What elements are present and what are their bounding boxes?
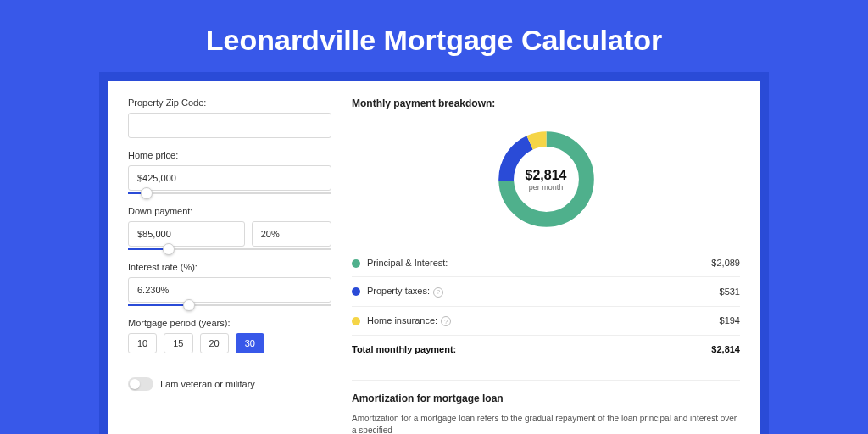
period-label: Mortgage period (years):	[128, 318, 331, 328]
breakdown-row: Principal & Interest:$2,089	[352, 249, 740, 277]
legend-dot	[352, 287, 360, 296]
period-button-30[interactable]: 30	[236, 333, 264, 353]
zip-label: Property Zip Code:	[128, 97, 331, 108]
legend-dot	[352, 317, 360, 326]
veteran-toggle[interactable]	[128, 377, 153, 391]
amortization-body: Amortization for a mortgage loan refers …	[352, 413, 740, 434]
interest-group: Interest rate (%):	[128, 262, 331, 306]
breakdown-label: Property taxes:	[367, 286, 430, 296]
calculator-card: Property Zip Code: Home price: Down paym…	[108, 81, 760, 434]
breakdown-value: $194	[720, 315, 740, 326]
breakdown-panel: Monthly payment breakdown: $2,814 per mo…	[331, 97, 740, 434]
interest-label: Interest rate (%):	[128, 262, 331, 272]
down-payment-percent-input[interactable]	[252, 221, 331, 247]
amortization-title: Amortization for mortgage loan	[352, 392, 740, 404]
legend-dot	[352, 259, 360, 268]
breakdown-row: Home insurance:?$194	[352, 307, 740, 336]
breakdown-value: $531	[720, 287, 740, 297]
breakdown-label: Principal & Interest:	[367, 258, 448, 268]
inner-band: Property Zip Code: Home price: Down paym…	[99, 72, 769, 434]
toggle-knob	[130, 379, 140, 389]
down-payment-label: Down payment:	[128, 206, 331, 216]
help-icon[interactable]: ?	[433, 287, 443, 298]
amortization-section: Amortization for mortgage loan Amortizat…	[352, 380, 740, 434]
form-panel: Property Zip Code: Home price: Down paym…	[128, 97, 331, 434]
down-payment-amount-input[interactable]	[128, 221, 245, 247]
total-value: $2,814	[711, 344, 740, 354]
breakdown-value: $2,089	[711, 258, 740, 268]
interest-input[interactable]	[128, 277, 331, 303]
breakdown-title: Monthly payment breakdown:	[352, 97, 740, 109]
donut-center: $2,814 per month	[526, 168, 567, 192]
donut-sub: per month	[526, 183, 567, 192]
total-label: Total monthly payment:	[352, 344, 456, 354]
period-button-20[interactable]: 20	[200, 333, 229, 353]
down-payment-group: Down payment:	[128, 206, 331, 250]
period-button-15[interactable]: 15	[164, 333, 192, 353]
period-group: Mortgage period (years): 10152030	[128, 318, 331, 353]
veteran-row: I am veteran or military	[128, 377, 331, 391]
home-price-input[interactable]	[128, 165, 331, 191]
breakdown-total-row: Total monthly payment: $2,814	[352, 335, 740, 363]
page-title: Leonardville Mortgage Calculator	[0, 0, 868, 72]
home-price-slider[interactable]	[128, 192, 331, 194]
interest-slider[interactable]	[128, 304, 331, 306]
home-price-label: Home price:	[128, 150, 331, 160]
breakdown-row: Property taxes:?$531	[352, 277, 740, 307]
help-icon[interactable]: ?	[441, 316, 451, 326]
down-payment-slider[interactable]	[128, 248, 331, 250]
breakdown-label: Home insurance:	[367, 315, 437, 326]
donut-chart-wrap: $2,814 per month	[352, 118, 740, 249]
zip-input[interactable]	[128, 113, 331, 138]
home-price-group: Home price:	[128, 150, 331, 194]
donut-chart: $2,814 per month	[493, 126, 599, 232]
donut-amount: $2,814	[526, 168, 567, 183]
slider-thumb[interactable]	[141, 187, 153, 199]
period-button-10[interactable]: 10	[128, 333, 157, 353]
slider-thumb[interactable]	[163, 243, 175, 255]
veteran-label: I am veteran or military	[160, 379, 255, 389]
slider-thumb[interactable]	[183, 299, 195, 311]
zip-group: Property Zip Code:	[128, 97, 331, 138]
